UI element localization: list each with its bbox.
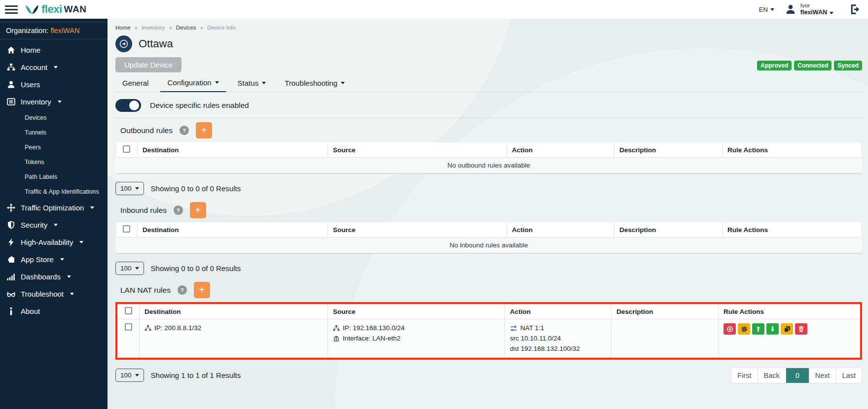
flexiwan-logo[interactable]: flexiWAN: [25, 3, 86, 16]
sidebar-item-troubleshoot[interactable]: Troubleshoot: [0, 285, 108, 303]
main-content: Home » Inventory » Devices » Device Info…: [108, 19, 868, 409]
caret-down-icon: [770, 8, 774, 11]
add-lan-nat-rule-button[interactable]: [194, 282, 210, 298]
help-icon[interactable]: [180, 126, 189, 135]
sidebar-item-high-availability[interactable]: High-Availability: [0, 234, 108, 251]
sidebar-item-inventory[interactable]: Inventory: [0, 93, 108, 110]
interface-icon: [333, 335, 340, 342]
caret-down-icon: [135, 187, 139, 190]
add-inbound-rule-button[interactable]: [190, 202, 206, 218]
pagination-last-button[interactable]: Last: [836, 368, 862, 383]
delete-rule-button[interactable]: [795, 323, 807, 335]
tab-status[interactable]: Status: [231, 74, 273, 92]
divider: [115, 118, 862, 118]
trash-icon: [798, 326, 804, 332]
sidebar-item-users[interactable]: Users: [0, 76, 108, 93]
breadcrumb: Home » Inventory » Devices » Device Info: [115, 25, 862, 31]
select-all-checkbox[interactable]: [123, 225, 130, 233]
sidebar-item-tokens[interactable]: Tokens: [0, 155, 108, 170]
sidebar-item-peers[interactable]: Peers: [0, 140, 108, 155]
sidebar-item-tunnels[interactable]: Tunnels: [0, 125, 108, 140]
source-interface: Interface: LAN-eth2: [343, 334, 400, 344]
column-header: Rule Actions: [723, 142, 862, 158]
sidebar-item-traffic-app-identifications[interactable]: Traffic & App Identifications: [0, 184, 108, 199]
duplicate-rule-button[interactable]: [781, 323, 793, 335]
lan-nat-rules-title: LAN NAT rules: [120, 286, 171, 295]
sidebar-item-home[interactable]: Home: [0, 41, 108, 59]
organization-label: Organization:: [6, 27, 48, 34]
shield-icon: [7, 221, 15, 229]
move-rule-up-button[interactable]: [752, 323, 764, 335]
disable-rule-button[interactable]: [723, 323, 736, 335]
caret-down-icon: [262, 82, 266, 84]
sidebar-item-security[interactable]: Security: [0, 216, 108, 234]
breadcrumb-inventory[interactable]: Inventory: [142, 25, 165, 31]
back-button[interactable]: [115, 35, 132, 52]
lan-nat-rules-table-highlighted: Destination Source Action Description Ru…: [115, 302, 862, 360]
user-icon: [7, 80, 15, 89]
top-bar: flexiWAN EN Ivor flexiWAN: [0, 0, 868, 19]
breadcrumb-home[interactable]: Home: [115, 25, 131, 31]
caret-down-icon: [67, 275, 71, 278]
empty-state-text: No inbound rules available: [116, 238, 862, 253]
edit-rule-button[interactable]: [738, 323, 750, 335]
page-size-select[interactable]: 100: [115, 182, 144, 195]
status-badge-approved: Approved: [757, 61, 792, 70]
language-label: EN: [759, 6, 768, 13]
breadcrumb-devices[interactable]: Devices: [176, 25, 196, 31]
sidebar-item-path-labels[interactable]: Path Labels: [0, 170, 108, 184]
brand-text-wan: WAN: [64, 4, 87, 15]
user-name: Ivor: [800, 2, 833, 9]
sidebar-item-app-store[interactable]: App Store: [0, 251, 108, 268]
outbound-rules-title: Outbound rules: [120, 126, 173, 135]
brand-mark-icon: [25, 3, 39, 15]
sidebar-item-traffic-optimization[interactable]: Traffic Optimization: [0, 199, 108, 216]
list-icon: [7, 98, 15, 106]
sidebar-item-dashboards[interactable]: Dashboards: [0, 268, 108, 285]
sidebar-item-about[interactable]: About: [0, 303, 108, 320]
status-badge-connected: Connected: [794, 61, 832, 70]
row-checkbox[interactable]: [125, 323, 132, 331]
tab-troubleshooting[interactable]: Troubleshooting: [278, 74, 352, 92]
pagination-first-button[interactable]: First: [731, 368, 758, 383]
device-rules-toggle[interactable]: [115, 99, 141, 112]
pagination-back-button[interactable]: Back: [758, 368, 786, 383]
nat-exchange-icon: [510, 325, 517, 332]
caret-down-icon: [79, 241, 83, 243]
select-all-checkbox[interactable]: [125, 307, 132, 314]
pagination-current-page[interactable]: 0: [786, 368, 809, 383]
destination-ip: IP: 200.8.8.1/32: [154, 323, 201, 334]
action-src: src 10.10.11.0/24: [510, 334, 606, 344]
organization-bar: Organization: flexiWAN: [0, 22, 108, 39]
tab-configuration[interactable]: Configuration: [160, 74, 225, 92]
caret-down-icon: [58, 101, 62, 103]
user-avatar-icon: [785, 4, 796, 15]
help-icon[interactable]: [174, 205, 183, 215]
column-header: Source: [328, 142, 507, 158]
puzzle-icon: [7, 255, 15, 264]
sidebar-item-account[interactable]: Account: [0, 59, 108, 76]
inbound-rules-title: Inbound rules: [120, 206, 167, 215]
pagination: First Back 0 Next Last: [731, 368, 862, 383]
pagination-next-button[interactable]: Next: [809, 368, 836, 383]
menu-icon[interactable]: [5, 3, 18, 16]
user-menu[interactable]: Ivor flexiWAN: [785, 2, 833, 17]
language-selector[interactable]: EN: [759, 6, 774, 13]
toggle-label: Device specific rules enabled: [150, 101, 249, 110]
page-size-select[interactable]: 100: [115, 369, 144, 382]
caret-down-icon: [60, 258, 64, 261]
tab-general[interactable]: General: [115, 74, 155, 92]
help-icon[interactable]: [178, 285, 187, 295]
page-size-select[interactable]: 100: [115, 262, 144, 275]
move-rule-down-button[interactable]: [766, 323, 779, 335]
add-outbound-rule-button[interactable]: [196, 122, 212, 138]
column-header: Destination: [138, 222, 328, 238]
select-all-checkbox[interactable]: [123, 145, 130, 153]
caret-down-icon: [90, 206, 94, 209]
update-device-button[interactable]: Update Device: [115, 57, 181, 72]
sidebar-item-devices[interactable]: Devices: [0, 110, 108, 125]
arrows-move-icon: [7, 204, 15, 212]
column-header: Action: [507, 142, 615, 158]
gear-icon: [741, 326, 748, 333]
logout-button[interactable]: [849, 3, 861, 16]
